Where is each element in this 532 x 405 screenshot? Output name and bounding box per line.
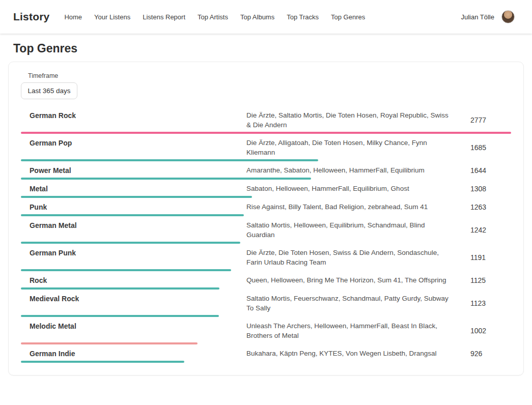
genre-artists: Die Ärzte, Alligatoah, Die Toten Hosen, … — [246, 138, 450, 157]
genre-name: Metal — [21, 184, 246, 194]
genre-row: Melodic Metal Unleash The Archers, Hello… — [21, 317, 511, 344]
genre-row: Rock Queen, Helloween, Bring Me The Hori… — [21, 271, 511, 290]
timeframe-select[interactable]: Last 365 days — [21, 82, 77, 99]
genre-artists: Die Ärzte, Die Toten Hosen, Swiss & Die … — [246, 248, 450, 267]
genre-row: German Pop Die Ärzte, Alligatoah, Die To… — [21, 134, 511, 161]
genre-count: 1685 — [450, 143, 511, 152]
page-title: Top Genres — [13, 42, 532, 55]
genre-name: Medieval Rock — [21, 294, 246, 304]
genre-artists: Die Ärzte, Saltatio Mortis, Die Toten Ho… — [246, 110, 450, 130]
genre-artists: Saltatio Mortis, Feuerschwanz, Schandmau… — [246, 294, 450, 313]
genre-count: 2777 — [450, 116, 511, 124]
genre-row: German Rock Die Ärzte, Saltatio Mortis, … — [21, 106, 511, 134]
genre-name: German Rock — [21, 110, 246, 121]
nav-user-area: Julian Tölle — [461, 10, 515, 23]
nav-links: HomeYour ListensListens ReportTop Artist… — [64, 13, 365, 21]
nav-link[interactable]: Top Artists — [198, 13, 228, 21]
genre-count: 1191 — [450, 253, 511, 262]
genre-artists: Queen, Helloween, Bring Me The Horizon, … — [246, 275, 450, 285]
user-avatar[interactable] — [501, 10, 515, 23]
nav-link[interactable]: Listens Report — [143, 13, 185, 21]
genre-count: 1123 — [450, 299, 511, 307]
genre-count: 1242 — [450, 226, 511, 234]
genre-artists: Saltatio Mortis, Helloween, Equilibrium,… — [246, 220, 450, 240]
genre-row: German Indie Bukahara, Käptn Peng, KYTES… — [21, 344, 511, 363]
genre-row: German Punk Die Ärzte, Die Toten Hosen, … — [21, 244, 511, 271]
genre-name: Power Metal — [21, 165, 246, 176]
genre-artists: Amaranthe, Sabaton, Helloween, HammerFal… — [246, 165, 450, 175]
top-navbar: Listory HomeYour ListensListens ReportTo… — [0, 0, 532, 34]
genre-table: German Rock Die Ärzte, Saltatio Mortis, … — [21, 106, 511, 363]
nav-link[interactable]: Home — [64, 13, 82, 21]
genre-name: German Indie — [21, 349, 246, 359]
genre-count: 1644 — [450, 166, 511, 175]
nav-link[interactable]: Top Genres — [331, 13, 365, 21]
genre-count: 1125 — [450, 276, 511, 284]
genre-name: Melodic Metal — [21, 321, 246, 331]
genre-name: German Pop — [21, 138, 246, 148]
genre-row: Medieval Rock Saltatio Mortis, Feuerschw… — [21, 290, 511, 317]
genre-count: 1002 — [450, 327, 511, 335]
app-logo[interactable]: Listory — [13, 11, 49, 23]
genre-row: German Metal Saltatio Mortis, Helloween,… — [21, 216, 511, 244]
genre-progress-bar — [21, 361, 184, 363]
genre-count: 1263 — [450, 203, 511, 211]
top-genres-card: Timeframe Last 365 days German Rock Die … — [8, 62, 524, 375]
genre-name: Punk — [21, 202, 246, 212]
genre-row: Power Metal Amaranthe, Sabaton, Hellowee… — [21, 161, 511, 180]
genre-name: Rock — [21, 275, 246, 285]
genre-artists: Sabaton, Helloween, HammerFall, Equilibr… — [246, 184, 450, 193]
genre-name: German Metal — [21, 220, 246, 230]
genre-artists: Unleash The Archers, Helloween, HammerFa… — [246, 321, 450, 340]
genre-count: 1308 — [450, 185, 511, 193]
genre-name: German Punk — [21, 248, 246, 258]
user-name[interactable]: Julian Tölle — [461, 13, 494, 21]
genre-row: Metal Sabaton, Helloween, HammerFall, Eq… — [21, 180, 511, 198]
genre-artists: Rise Against, Billy Talent, Bad Religion… — [246, 202, 450, 212]
main-content: Top Genres Timeframe Last 365 days Germa… — [0, 42, 532, 375]
timeframe-label: Timeframe — [28, 72, 511, 79]
genre-count: 926 — [450, 350, 511, 358]
genre-artists: Bukahara, Käptn Peng, KYTES, Von Wegen L… — [246, 349, 450, 358]
genre-row: Punk Rise Against, Billy Talent, Bad Rel… — [21, 198, 511, 216]
nav-link[interactable]: Top Albums — [240, 13, 274, 21]
nav-link[interactable]: Top Tracks — [287, 13, 319, 21]
nav-link[interactable]: Your Listens — [94, 13, 130, 21]
